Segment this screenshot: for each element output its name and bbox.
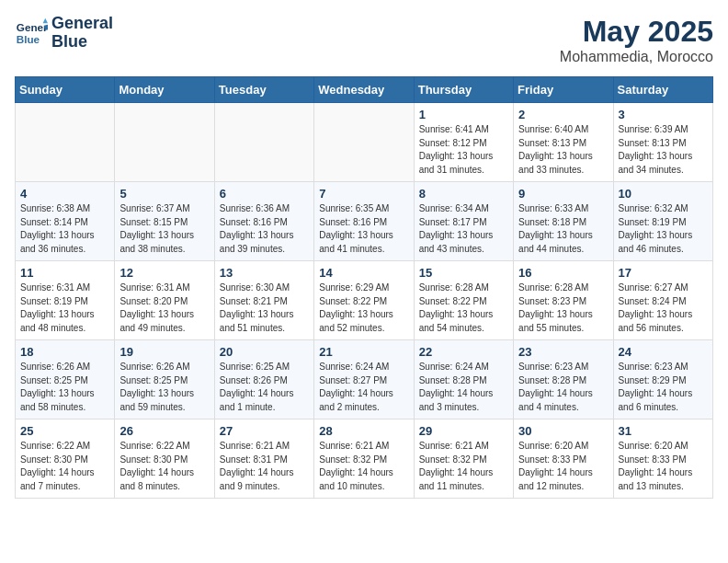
day-number: 15 — [419, 266, 508, 280]
calendar-cell: 30Sunrise: 6:20 AMSunset: 8:33 PMDayligh… — [514, 419, 613, 499]
day-info: Sunrise: 6:33 AMSunset: 8:18 PMDaylight:… — [518, 202, 608, 256]
day-info: Sunrise: 6:24 AMSunset: 8:27 PMDaylight:… — [319, 361, 408, 414]
calendar-cell: 26Sunrise: 6:22 AMSunset: 8:30 PMDayligh… — [115, 419, 214, 499]
day-number: 8 — [419, 187, 508, 201]
calendar-subtitle: Mohammedia, Morocco — [560, 49, 713, 65]
weekday-header-row: SundayMondayTuesdayWednesdayThursdayFrid… — [16, 77, 713, 103]
day-info: Sunrise: 6:36 AMSunset: 8:16 PMDaylight:… — [220, 202, 309, 256]
day-info: Sunrise: 6:22 AMSunset: 8:30 PMDaylight:… — [20, 440, 109, 493]
calendar-cell: 9Sunrise: 6:33 AMSunset: 8:18 PMDaylight… — [514, 182, 613, 261]
weekday-header-thursday: Thursday — [414, 77, 513, 103]
day-number: 17 — [619, 266, 708, 280]
day-number: 13 — [220, 266, 309, 280]
day-number: 18 — [20, 345, 109, 359]
day-info: Sunrise: 6:30 AMSunset: 8:21 PMDaylight:… — [220, 282, 309, 335]
logo-text: General Blue — [51, 15, 113, 52]
day-number: 27 — [220, 424, 309, 438]
calendar-cell: 29Sunrise: 6:21 AMSunset: 8:32 PMDayligh… — [414, 419, 513, 499]
day-number: 31 — [619, 424, 708, 438]
day-info: Sunrise: 6:38 AMSunset: 8:14 PMDaylight:… — [20, 202, 109, 256]
day-info: Sunrise: 6:26 AMSunset: 8:25 PMDaylight:… — [20, 361, 109, 414]
day-number: 25 — [20, 424, 109, 438]
day-number: 12 — [119, 266, 209, 280]
calendar-cell: 19Sunrise: 6:26 AMSunset: 8:25 PMDayligh… — [115, 340, 214, 419]
calendar-cell — [214, 103, 313, 182]
calendar-cell — [115, 103, 214, 182]
day-number: 20 — [220, 345, 309, 359]
calendar-cell: 13Sunrise: 6:30 AMSunset: 8:21 PMDayligh… — [214, 261, 313, 340]
day-number: 10 — [619, 187, 708, 201]
day-info: Sunrise: 6:23 AMSunset: 8:28 PMDaylight:… — [518, 361, 608, 414]
day-number: 28 — [319, 424, 408, 438]
day-number: 11 — [20, 266, 109, 280]
calendar-week-row: 4Sunrise: 6:38 AMSunset: 8:14 PMDaylight… — [16, 182, 713, 261]
calendar-title: May 2025 — [560, 15, 713, 49]
calendar-cell — [314, 103, 414, 182]
weekday-header-friday: Friday — [514, 77, 613, 103]
day-info: Sunrise: 6:32 AMSunset: 8:19 PMDaylight:… — [619, 202, 708, 256]
weekday-header-wednesday: Wednesday — [314, 77, 414, 103]
calendar-cell: 6Sunrise: 6:36 AMSunset: 8:16 PMDaylight… — [214, 182, 313, 261]
day-number: 4 — [20, 187, 109, 201]
day-number: 22 — [419, 345, 508, 359]
day-number: 7 — [319, 187, 408, 201]
calendar-cell: 14Sunrise: 6:29 AMSunset: 8:22 PMDayligh… — [314, 261, 414, 340]
day-info: Sunrise: 6:29 AMSunset: 8:22 PMDaylight:… — [319, 282, 408, 335]
calendar-cell: 25Sunrise: 6:22 AMSunset: 8:30 PMDayligh… — [16, 419, 115, 499]
calendar-cell: 24Sunrise: 6:23 AMSunset: 8:29 PMDayligh… — [613, 340, 712, 419]
day-number: 29 — [419, 424, 508, 438]
weekday-header-saturday: Saturday — [613, 77, 712, 103]
day-info: Sunrise: 6:25 AMSunset: 8:26 PMDaylight:… — [220, 361, 309, 414]
day-number: 6 — [220, 187, 309, 201]
calendar-cell: 18Sunrise: 6:26 AMSunset: 8:25 PMDayligh… — [16, 340, 115, 419]
day-info: Sunrise: 6:20 AMSunset: 8:33 PMDaylight:… — [619, 440, 708, 493]
calendar-cell: 15Sunrise: 6:28 AMSunset: 8:22 PMDayligh… — [414, 261, 513, 340]
calendar-cell: 8Sunrise: 6:34 AMSunset: 8:17 PMDaylight… — [414, 182, 513, 261]
day-number: 30 — [518, 424, 608, 438]
page-header: General Blue General Blue May 2025 Moham… — [15, 15, 713, 65]
calendar-cell: 22Sunrise: 6:24 AMSunset: 8:28 PMDayligh… — [414, 340, 513, 419]
calendar-cell: 2Sunrise: 6:40 AMSunset: 8:13 PMDaylight… — [514, 103, 613, 182]
day-info: Sunrise: 6:35 AMSunset: 8:16 PMDaylight:… — [319, 202, 408, 256]
day-info: Sunrise: 6:27 AMSunset: 8:24 PMDaylight:… — [619, 282, 708, 335]
calendar-cell: 4Sunrise: 6:38 AMSunset: 8:14 PMDaylight… — [16, 182, 115, 261]
calendar-cell: 11Sunrise: 6:31 AMSunset: 8:19 PMDayligh… — [16, 261, 115, 340]
weekday-header-tuesday: Tuesday — [214, 77, 313, 103]
day-info: Sunrise: 6:20 AMSunset: 8:33 PMDaylight:… — [518, 440, 608, 493]
calendar-cell: 7Sunrise: 6:35 AMSunset: 8:16 PMDaylight… — [314, 182, 414, 261]
day-number: 3 — [619, 108, 708, 121]
calendar-table: SundayMondayTuesdayWednesdayThursdayFrid… — [15, 76, 713, 499]
calendar-cell: 5Sunrise: 6:37 AMSunset: 8:15 PMDaylight… — [115, 182, 214, 261]
calendar-cell: 27Sunrise: 6:21 AMSunset: 8:31 PMDayligh… — [214, 419, 313, 499]
day-info: Sunrise: 6:21 AMSunset: 8:32 PMDaylight:… — [319, 440, 408, 493]
day-info: Sunrise: 6:24 AMSunset: 8:28 PMDaylight:… — [419, 361, 508, 414]
day-info: Sunrise: 6:31 AMSunset: 8:20 PMDaylight:… — [119, 282, 209, 335]
day-info: Sunrise: 6:21 AMSunset: 8:32 PMDaylight:… — [419, 440, 508, 493]
weekday-header-monday: Monday — [115, 77, 214, 103]
day-number: 21 — [319, 345, 408, 359]
day-info: Sunrise: 6:22 AMSunset: 8:30 PMDaylight:… — [119, 440, 209, 493]
day-number: 5 — [119, 187, 209, 201]
day-info: Sunrise: 6:40 AMSunset: 8:13 PMDaylight:… — [518, 123, 608, 177]
calendar-week-row: 11Sunrise: 6:31 AMSunset: 8:19 PMDayligh… — [16, 261, 713, 340]
day-info: Sunrise: 6:39 AMSunset: 8:13 PMDaylight:… — [619, 123, 708, 177]
day-number: 9 — [518, 187, 608, 201]
day-info: Sunrise: 6:37 AMSunset: 8:15 PMDaylight:… — [119, 202, 209, 256]
calendar-cell: 17Sunrise: 6:27 AMSunset: 8:24 PMDayligh… — [613, 261, 712, 340]
logo: General Blue General Blue — [15, 15, 113, 52]
day-info: Sunrise: 6:28 AMSunset: 8:22 PMDaylight:… — [419, 282, 508, 335]
day-number: 26 — [119, 424, 209, 438]
calendar-week-row: 1Sunrise: 6:41 AMSunset: 8:12 PMDaylight… — [16, 103, 713, 182]
logo-icon: General Blue — [15, 17, 48, 50]
title-block: May 2025 Mohammedia, Morocco — [560, 15, 713, 65]
day-number: 14 — [319, 266, 408, 280]
day-info: Sunrise: 6:26 AMSunset: 8:25 PMDaylight:… — [119, 361, 209, 414]
calendar-week-row: 18Sunrise: 6:26 AMSunset: 8:25 PMDayligh… — [16, 340, 713, 419]
day-info: Sunrise: 6:28 AMSunset: 8:23 PMDaylight:… — [518, 282, 608, 335]
day-info: Sunrise: 6:41 AMSunset: 8:12 PMDaylight:… — [419, 123, 508, 177]
day-number: 19 — [119, 345, 209, 359]
day-number: 2 — [518, 108, 608, 121]
calendar-week-row: 25Sunrise: 6:22 AMSunset: 8:30 PMDayligh… — [16, 419, 713, 499]
day-number: 16 — [518, 266, 608, 280]
day-info: Sunrise: 6:23 AMSunset: 8:29 PMDaylight:… — [619, 361, 708, 414]
